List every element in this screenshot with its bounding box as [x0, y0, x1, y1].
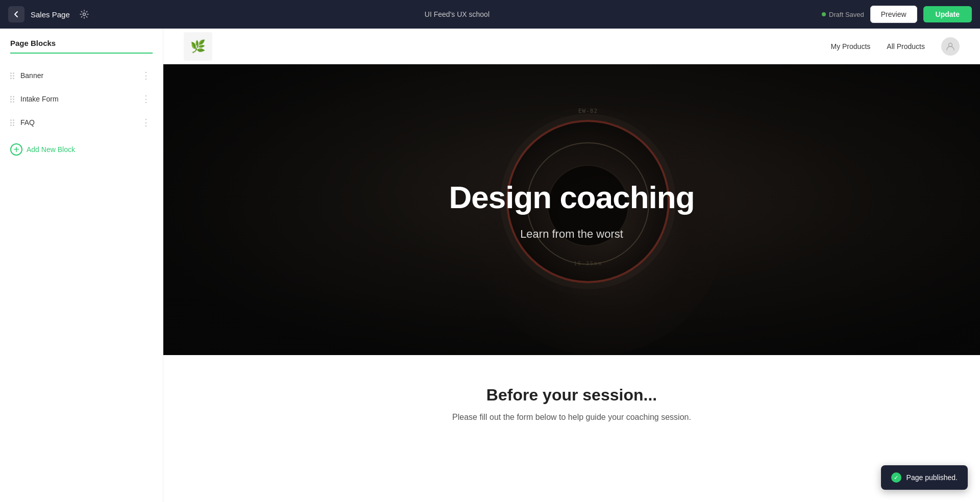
block-label-faq: FAQ — [20, 118, 133, 127]
block-item-faq[interactable]: FAQ ⋮ — [0, 111, 163, 134]
draft-saved-label: Draft Saved — [829, 11, 864, 18]
sidebar: Page Blocks Banner ⋮ Intake — [0, 29, 163, 502]
intake-description: Please fill out the form below to help g… — [419, 413, 725, 422]
draft-saved-indicator: Draft Saved — [822, 11, 864, 18]
logo-icon: 🌿 — [190, 39, 206, 54]
topbar: Sales Page UI Feed's UX school Draft Sav… — [0, 0, 980, 29]
preview-area: 🌿 My Products All Products — [163, 29, 980, 502]
user-avatar[interactable] — [941, 37, 960, 56]
toast-check-icon: ✓ — [891, 472, 901, 483]
preview-button[interactable]: Preview — [870, 6, 917, 23]
block-menu-intake[interactable]: ⋮ — [139, 94, 153, 104]
drag-handle-intake[interactable] — [10, 96, 14, 103]
drag-handle-faq[interactable] — [10, 119, 14, 126]
hero-content: Design coaching Learn from the worst — [163, 64, 980, 355]
intake-section: Before your session... Please fill out t… — [163, 355, 980, 442]
drag-handle-banner[interactable] — [10, 72, 14, 79]
draft-dot — [822, 12, 826, 16]
topbar-right: Draft Saved Preview Update — [822, 6, 972, 23]
page-blocks-title: Page Blocks — [10, 39, 153, 54]
toast-message: Page published. — [906, 473, 958, 482]
add-block-plus-icon: + — [10, 143, 22, 156]
page-title: Sales Page — [31, 10, 70, 19]
block-menu-banner[interactable]: ⋮ — [139, 71, 153, 80]
block-list: Banner ⋮ Intake Form ⋮ — [0, 64, 163, 134]
preview-nav: 🌿 My Products All Products — [163, 29, 980, 64]
main-layout: Page Blocks Banner ⋮ Intake — [0, 29, 980, 502]
svg-point-0 — [83, 13, 85, 16]
hero-subtitle: Learn from the worst — [520, 228, 623, 241]
block-menu-faq[interactable]: ⋮ — [139, 118, 153, 127]
hero-section: EW-82 16-35mm Design coaching Learn from… — [163, 64, 980, 355]
hero-title: Design coaching — [449, 179, 694, 215]
block-item-intake-form[interactable]: Intake Form ⋮ — [0, 87, 163, 111]
all-products-link[interactable]: All Products — [887, 42, 925, 51]
add-block-button[interactable]: + Add New Block — [0, 136, 163, 163]
site-title: UI Feed's UX school — [425, 10, 489, 18]
add-block-label: Add New Block — [27, 145, 75, 154]
intake-title: Before your session... — [184, 386, 960, 405]
nav-links: My Products All Products — [830, 37, 960, 56]
block-item-banner[interactable]: Banner ⋮ — [0, 64, 163, 87]
block-label-intake-form: Intake Form — [20, 95, 133, 103]
back-button[interactable] — [8, 6, 24, 22]
site-logo: 🌿 — [184, 32, 212, 61]
toast-notification: ✓ Page published. — [881, 465, 968, 490]
my-products-link[interactable]: My Products — [830, 42, 870, 51]
settings-button[interactable] — [76, 6, 92, 22]
sidebar-header: Page Blocks — [0, 39, 163, 58]
block-label-banner: Banner — [20, 71, 133, 80]
update-button[interactable]: Update — [923, 6, 972, 22]
